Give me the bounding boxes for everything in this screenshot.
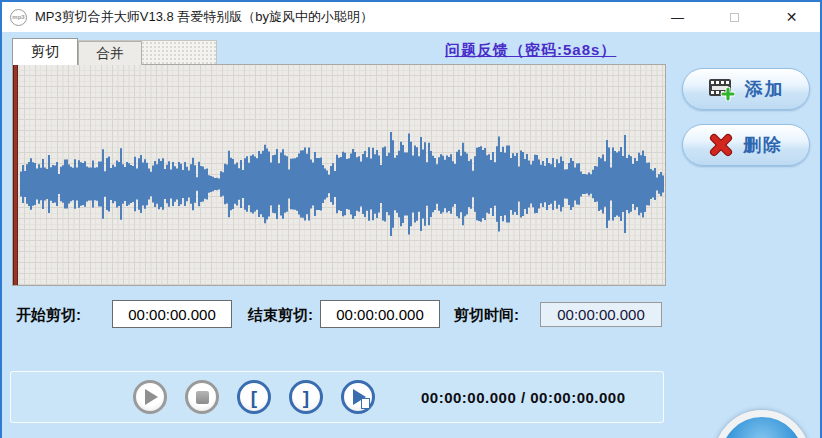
red-x-icon — [709, 133, 733, 157]
mark-start-button[interactable]: [ — [237, 380, 271, 414]
cut-duration-label: 剪切时间: — [454, 306, 519, 325]
playback-panel: [ ] 00:00:00.000 / 00:00:00.000 — [10, 371, 664, 423]
play-selection-button[interactable] — [341, 380, 375, 414]
add-button-label: 添加 — [745, 77, 785, 101]
big-round-button[interactable] — [714, 410, 810, 438]
end-cut-label: 结束剪切: — [248, 306, 313, 325]
tab-cut[interactable]: 剪切 — [12, 38, 78, 65]
play-button[interactable] — [133, 380, 167, 414]
stop-icon — [196, 391, 209, 404]
window-controls: — ✕ — [649, 2, 820, 32]
bracket-close-icon: ] — [303, 388, 309, 407]
window-title: MP3剪切合并大师V13.8 吾爱特别版（by旋风中的小聪明） — [35, 8, 373, 26]
play-icon — [145, 389, 158, 405]
feedback-link[interactable]: 问题反馈（密码:5a8s） — [445, 41, 616, 60]
filmstrip-add-icon — [708, 77, 735, 101]
waveform-graphic — [13, 65, 666, 286]
app-window: mp3 MP3剪切合并大师V13.8 吾爱特别版（by旋风中的小聪明） — ✕ … — [0, 0, 822, 438]
minimize-button[interactable]: — — [649, 2, 706, 32]
bracket-open-icon: [ — [251, 388, 257, 407]
start-cut-label: 开始剪切: — [16, 306, 81, 325]
maximize-icon — [730, 13, 739, 22]
playback-position: 00:00:00.000 — [421, 389, 516, 406]
cut-duration-value: 00:00:00.000 — [540, 302, 662, 327]
mini-doc-icon — [361, 398, 370, 409]
close-button[interactable]: ✕ — [763, 2, 820, 32]
app-icon: mp3 — [10, 9, 27, 26]
waveform-panel[interactable] — [12, 64, 666, 286]
start-cut-input[interactable] — [112, 300, 232, 328]
playback-time: 00:00:00.000 / 00:00:00.000 — [421, 389, 626, 406]
tab-merge[interactable]: 合并 — [78, 41, 142, 65]
mark-end-button[interactable]: ] — [289, 380, 323, 414]
add-button[interactable]: 添加 — [682, 68, 810, 110]
delete-button-label: 删除 — [743, 133, 783, 157]
playhead-marker[interactable] — [13, 65, 18, 285]
delete-button[interactable]: 删除 — [682, 124, 810, 166]
playback-separator: / — [516, 389, 530, 406]
maximize-button — [706, 2, 763, 32]
end-cut-input[interactable] — [320, 300, 440, 328]
title-bar: mp3 MP3剪切合并大师V13.8 吾爱特别版（by旋风中的小聪明） — ✕ — [2, 2, 820, 32]
playback-duration: 00:00:00.000 — [530, 389, 625, 406]
stop-button[interactable] — [185, 380, 219, 414]
